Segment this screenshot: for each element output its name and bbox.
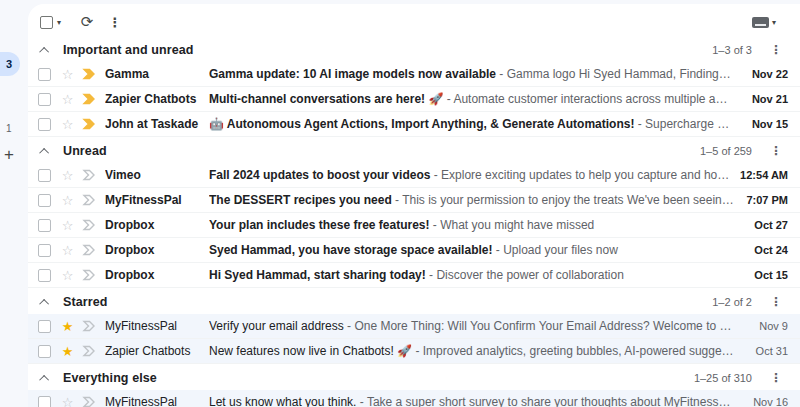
star-icon[interactable]: [60, 168, 75, 183]
row-checkbox[interactable]: [38, 194, 51, 207]
importance-marker-icon[interactable]: [82, 395, 98, 407]
sender: Dropbox: [105, 218, 201, 232]
subject: New features now live in Chatbots! 🚀: [209, 344, 412, 358]
subject-snippet: The DESSERT recipes you need - This is y…: [209, 193, 734, 207]
email-row[interactable]: Zapier Chatbots New features now live in…: [28, 339, 800, 364]
section-title: Important and unread: [63, 43, 193, 57]
importance-marker-icon[interactable]: [82, 319, 98, 333]
refresh-icon[interactable]: ⟳: [75, 10, 99, 34]
sender: MyFitnessPal: [105, 319, 201, 333]
email-row[interactable]: MyFitnessPal Verify your email address -…: [28, 314, 800, 339]
subject-snippet: Hi Syed Hammad, start sharing today! - D…: [209, 268, 734, 282]
star-icon[interactable]: [60, 92, 75, 107]
star-icon[interactable]: [60, 395, 75, 407]
section-more-icon[interactable]: ⋮: [766, 295, 786, 309]
section-title: Unread: [63, 144, 107, 158]
section-range: 1–3 of 3: [712, 44, 752, 56]
input-tools-keyboard-icon[interactable]: [752, 17, 769, 28]
row-checkbox[interactable]: [38, 93, 51, 106]
subject: Gamma update: 10 AI image models now ava…: [209, 67, 496, 81]
row-checkbox[interactable]: [38, 219, 51, 232]
date: Nov 16: [744, 396, 788, 407]
importance-marker-icon[interactable]: [82, 243, 98, 257]
snippet: - This is your permission to enjoy the t…: [395, 193, 734, 207]
add-icon[interactable]: +: [4, 146, 14, 163]
section-title: Everything else: [63, 371, 157, 385]
row-checkbox[interactable]: [38, 320, 51, 333]
row-checkbox[interactable]: [38, 169, 51, 182]
select-dropdown-icon[interactable]: ▾: [57, 18, 61, 27]
subject: Fall 2024 updates to boost your videos: [209, 168, 430, 182]
email-row[interactable]: Zapier Chatbots Multi-channel conversati…: [28, 87, 800, 112]
row-checkbox[interactable]: [38, 269, 51, 282]
email-row[interactable]: Vimeo Fall 2024 updates to boost your vi…: [28, 163, 800, 188]
collapse-chevron-icon[interactable]: [39, 147, 49, 157]
section-more-icon[interactable]: ⋮: [766, 371, 786, 385]
email-row[interactable]: Dropbox Hi Syed Hammad, start sharing to…: [28, 263, 800, 288]
star-icon[interactable]: [60, 268, 75, 283]
date: 7:07 PM: [744, 194, 788, 206]
snippet: - Take a super short survey to share you…: [360, 395, 734, 407]
sender: Gamma: [105, 67, 201, 81]
date: Oct 15: [744, 269, 788, 281]
subject-snippet: New features now live in Chatbots! 🚀 - I…: [209, 344, 734, 358]
subject: Syed Hammad, you have storage space avai…: [209, 243, 492, 257]
importance-marker-icon[interactable]: [82, 344, 98, 358]
section-title: Starred: [63, 295, 107, 309]
subject: Multi-channel conversations are here! 🚀: [209, 92, 443, 106]
importance-marker-icon[interactable]: [82, 92, 98, 106]
star-icon[interactable]: [60, 218, 75, 233]
row-checkbox[interactable]: [38, 118, 51, 131]
star-icon[interactable]: [60, 344, 75, 359]
more-options-icon[interactable]: ⋮: [103, 10, 127, 34]
collapse-chevron-icon[interactable]: [39, 46, 49, 56]
importance-marker-icon[interactable]: [82, 268, 98, 282]
row-checkbox[interactable]: [38, 244, 51, 257]
email-row[interactable]: Gamma Gamma update: 10 AI image models n…: [28, 62, 800, 87]
select-all-checkbox[interactable]: [40, 16, 53, 29]
email-row[interactable]: MyFitnessPal The DESSERT recipes you nee…: [28, 188, 800, 213]
importance-marker-icon[interactable]: [82, 193, 98, 207]
section-unread: Unread 1–5 of 259 ⋮ Vimeo Fall 2024 upda…: [28, 139, 800, 288]
snippet: - Improved analytics, greeting bubbles, …: [415, 344, 734, 358]
subject: 🤖 Autonomous Agent Actions, Import Anyth…: [209, 117, 634, 131]
star-icon[interactable]: [60, 67, 75, 82]
subject: Let us know what you think.: [209, 395, 356, 407]
section-everything-else: Everything else 1–25 of 310 ⋮ MyFitnessP…: [28, 366, 800, 407]
email-row[interactable]: Dropbox Syed Hammad, you have storage sp…: [28, 238, 800, 263]
snippet: - Automate customer interactions across …: [447, 92, 734, 106]
importance-marker-icon[interactable]: [82, 117, 98, 131]
email-row[interactable]: John at Taskade 🤖 Autonomous Agent Actio…: [28, 112, 800, 137]
importance-marker-icon[interactable]: [82, 168, 98, 182]
date: Nov 21: [744, 93, 788, 105]
list-toolbar: ▾ ⟳ ⋮ ▾: [28, 8, 800, 36]
subject: Verify your email address: [209, 319, 344, 333]
star-icon[interactable]: [60, 193, 75, 208]
subject: Your plan includes these free features!: [209, 218, 430, 232]
nav-label-count-pill[interactable]: 3: [0, 52, 20, 76]
nav-label-count: 1: [6, 123, 12, 134]
sender: Dropbox: [105, 243, 201, 257]
row-checkbox[interactable]: [38, 68, 51, 81]
collapse-chevron-icon[interactable]: [39, 298, 49, 308]
snippet: - Gamma logo Hi Syed Hammad, Finding the…: [499, 67, 734, 81]
collapse-chevron-icon[interactable]: [39, 374, 49, 384]
subject-snippet: Gamma update: 10 AI image models now ava…: [209, 67, 734, 81]
importance-marker-icon[interactable]: [82, 218, 98, 232]
subject-snippet: 🤖 Autonomous Agent Actions, Import Anyth…: [209, 117, 734, 131]
email-row[interactable]: MyFitnessPal Let us know what you think.…: [28, 390, 800, 407]
star-icon[interactable]: [60, 319, 75, 334]
sender: John at Taskade: [105, 117, 201, 131]
date: Nov 9: [744, 320, 788, 332]
row-checkbox[interactable]: [38, 396, 51, 407]
section-more-icon[interactable]: ⋮: [766, 43, 786, 57]
star-icon[interactable]: [60, 117, 75, 132]
date: Oct 27: [744, 219, 788, 231]
star-icon[interactable]: [60, 243, 75, 258]
sender: Zapier Chatbots: [105, 92, 201, 106]
section-more-icon[interactable]: ⋮: [766, 144, 786, 158]
input-tools-dropdown-icon[interactable]: ▾: [772, 18, 776, 27]
importance-marker-icon[interactable]: [82, 67, 98, 81]
row-checkbox[interactable]: [38, 345, 51, 358]
email-row[interactable]: Dropbox Your plan includes these free fe…: [28, 213, 800, 238]
